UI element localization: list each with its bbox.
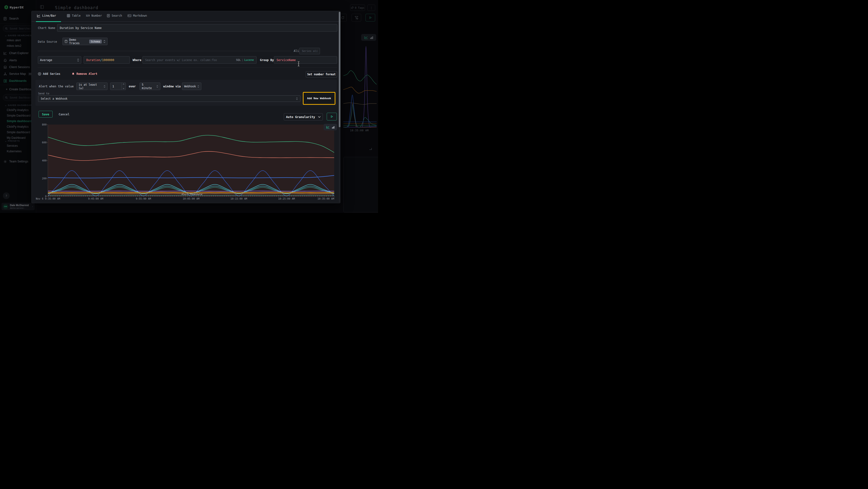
- dashboards-icon: [3, 79, 7, 83]
- chevron-updown-icon: [156, 85, 158, 88]
- saved-dashboards-list: ClickPy AnalyticsSimple DashboardSimple …: [0, 107, 36, 141]
- saved-dashboard-item[interactable]: ClickPy Analytics: [0, 107, 36, 113]
- saved-dashboard-item[interactable]: ClickPy Analytics: [0, 124, 36, 130]
- line-chart-icon[interactable]: [364, 36, 368, 39]
- number-stepper[interactable]: [121, 83, 126, 90]
- save-button[interactable]: Save: [38, 111, 53, 118]
- bell-icon: [3, 59, 7, 62]
- y-axis-label: 800: [38, 123, 46, 126]
- sidebar-item-search[interactable]: Search: [9, 17, 19, 20]
- line-chart-icon: [37, 14, 40, 18]
- preset-item[interactable]: Services: [0, 143, 36, 148]
- brand-title: HyperDX: [10, 5, 24, 9]
- y-axis-label: 400: [38, 159, 46, 162]
- saved-dashboard-item[interactable]: Simple dashboard: [0, 118, 36, 124]
- field-expression-input[interactable]: Duration/1000000: [84, 56, 130, 64]
- magnifier-icon: [5, 27, 8, 30]
- sidebar-item-chart-explorer[interactable]: Chart Explorer: [9, 51, 29, 55]
- where-label: Where: [133, 58, 141, 62]
- query-language-toggle[interactable]: SQL|Lucene: [236, 58, 254, 62]
- alert-window-select[interactable]: 5 minute: [140, 83, 160, 90]
- run-chart-button[interactable]: [327, 113, 337, 120]
- alias-input[interactable]: [299, 48, 320, 54]
- saved-searches-heading[interactable]: ⌄ SAVED SEARCHES: [5, 34, 32, 37]
- bar-chart-icon[interactable]: [370, 36, 373, 39]
- window-via-label: window via: [163, 85, 181, 88]
- sidebar-item-client-sessions[interactable]: Client Sessions: [9, 65, 30, 69]
- webhook-select[interactable]: Select a Webhook: [38, 95, 301, 102]
- saved-dashboard-item[interactable]: Simple dashboard: [0, 130, 36, 135]
- tag-icon: [351, 6, 353, 9]
- saved-search-item[interactable]: mikes tets2: [0, 43, 36, 49]
- cancel-button[interactable]: Cancel: [59, 113, 69, 116]
- x-axis-label: 10:15:00 AM: [230, 197, 247, 200]
- saved-dashboard-item[interactable]: Simple Dashboard: [0, 113, 36, 118]
- bg-series-tan: [343, 103, 377, 105]
- sidebar-item-team-settings[interactable]: Team Settings: [9, 160, 28, 163]
- resize-handle-icon[interactable]: [369, 148, 372, 150]
- modal-scrollbar[interactable]: [339, 12, 340, 202]
- create-dashboard-button[interactable]: + Create Dashboard: [6, 88, 34, 91]
- aggregation-select[interactable]: Average: [38, 56, 81, 64]
- saved-dashboards-searchbox[interactable]: [3, 94, 33, 101]
- alert-channel-select[interactable]: Webhook: [182, 83, 201, 90]
- bg-series-purple-spike: [343, 46, 377, 127]
- saved-dashboards-heading[interactable]: ⌄ SAVED DASHBOARDS: [5, 104, 36, 107]
- plot-area[interactable]: [48, 124, 334, 196]
- add-series-button[interactable]: Add Series: [38, 72, 60, 76]
- saved-searches-input[interactable]: [9, 27, 31, 30]
- sidebar-collapse-icon[interactable]: [40, 5, 44, 9]
- tab-line-bar[interactable]: Line/Bar: [37, 14, 56, 18]
- filter-button[interactable]: [351, 14, 361, 22]
- remove-alert-button[interactable]: Remove Alert: [72, 72, 97, 76]
- tab-table[interactable]: Table: [67, 14, 81, 18]
- preset-item[interactable]: Kubernetes: [0, 148, 36, 154]
- run-query-button-bg[interactable]: [366, 14, 375, 22]
- background-panel: [343, 157, 378, 212]
- alert-bell-icon: [72, 73, 75, 76]
- chart-series-blue-flat: [48, 175, 334, 178]
- tab-markdown[interactable]: Markdown: [128, 14, 147, 18]
- markdown-icon: [128, 14, 131, 17]
- page-title: Simple dashboard: [55, 5, 98, 10]
- chevron-updown-icon: [77, 58, 79, 62]
- saved-searches-searchbox[interactable]: [3, 25, 33, 32]
- group-by-input[interactable]: ServiceName: [274, 56, 337, 64]
- divider: [0, 85, 36, 85]
- laptop-icon: [3, 65, 7, 69]
- alert-threshold-input[interactable]: 1: [110, 83, 126, 90]
- chart-type-toggle[interactable]: [323, 124, 337, 130]
- search-list-icon: [107, 14, 110, 18]
- tab-search[interactable]: Search: [107, 14, 122, 18]
- sidebar-item-alerts[interactable]: Alerts: [9, 59, 17, 62]
- y-axis-label: 200: [38, 177, 46, 180]
- line-chart-icon[interactable]: [326, 126, 330, 128]
- plus-circle-icon: [38, 72, 41, 76]
- sidebar-item-dashboards[interactable]: Dashboards: [9, 79, 27, 83]
- bg-chart-type-toggle[interactable]: [361, 34, 376, 41]
- chevron-updown-icon: [197, 85, 199, 88]
- data-source-select[interactable]: Demo Traces Schema: [62, 38, 107, 45]
- avatar: DM: [3, 204, 8, 209]
- scrollbar-thumb[interactable]: [339, 12, 340, 127]
- help-button[interactable]: ?: [3, 192, 10, 199]
- chart-name-input[interactable]: [57, 24, 337, 32]
- chevron-updown-icon: [296, 97, 298, 100]
- sidebar-item-service-map[interactable]: Service Map: [9, 72, 26, 76]
- alert-comparator-select[interactable]: is at least (≥): [76, 83, 107, 90]
- granularity-select[interactable]: Auto Granularity: [284, 113, 323, 120]
- bg-series-blue-bump: [343, 95, 377, 127]
- saved-dashboards-input[interactable]: [9, 96, 31, 99]
- bar-chart-icon[interactable]: [332, 126, 335, 128]
- set-number-format-button[interactable]: Set number format: [306, 71, 337, 78]
- where-search-input[interactable]: Search your events w/ Lucene ex. column:…: [143, 56, 256, 64]
- x-axis-label: 10:25:00 AM: [278, 197, 295, 200]
- user-menu[interactable]: DM Dale McDiarmid demo-service - ›: [1, 203, 35, 210]
- number-123-icon: 123: [86, 15, 90, 17]
- add-new-webhook-button[interactable]: Add New Webhook: [307, 97, 331, 100]
- presets-heading[interactable]: ⌄ PRESETS: [5, 140, 20, 142]
- saved-search-item[interactable]: mikes alert: [0, 37, 36, 43]
- kebab-menu-button[interactable]: ⋮: [368, 5, 375, 11]
- tab-number[interactable]: 123 Number: [86, 14, 102, 18]
- tags-button[interactable]: 0 Tags: [350, 5, 365, 11]
